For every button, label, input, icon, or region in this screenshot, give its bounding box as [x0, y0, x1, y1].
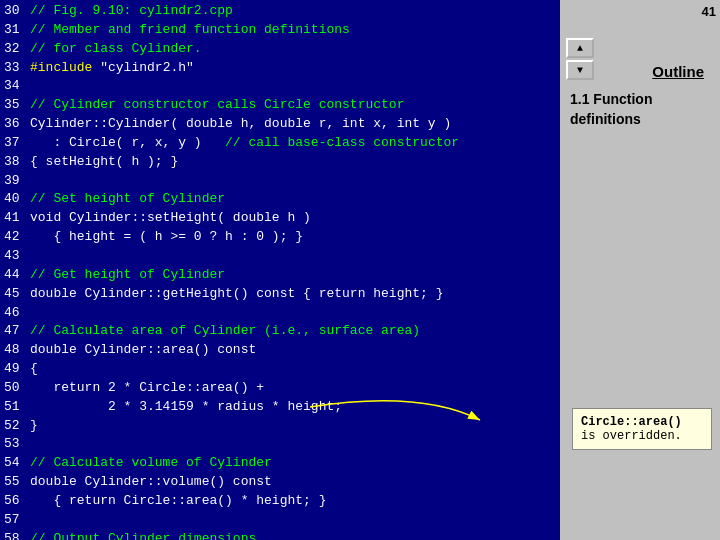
right-panel: 41 ▲ ▼ Outline 1.1 Function definitions …: [560, 0, 720, 540]
line-number: 48: [4, 341, 30, 360]
line-number: 41: [4, 209, 30, 228]
code-line: 57: [4, 511, 556, 530]
line-number: 35: [4, 96, 30, 115]
line-number: 42: [4, 228, 30, 247]
line-number: 56: [4, 492, 30, 511]
code-line: 38 { setHeight( h ); }: [4, 153, 556, 172]
code-line: 48 double Cylinder::area() const: [4, 341, 556, 360]
line-text: : Circle( r, x, y ) // call base-class c…: [30, 134, 459, 153]
code-line: 34: [4, 77, 556, 96]
line-text: // Fig. 9.10: cylindr2.cpp: [30, 2, 233, 21]
code-line: 37 : Circle( r, x, y ) // call base-clas…: [4, 134, 556, 153]
code-line: 46: [4, 304, 556, 323]
line-number: 52: [4, 417, 30, 436]
line-text: // Output Cylinder dimensions: [30, 530, 256, 540]
line-text: // Set height of Cylinder: [30, 190, 225, 209]
line-text: Cylinder::Cylinder( double h, double r, …: [30, 115, 451, 134]
line-number: 58: [4, 530, 30, 540]
line-number: 43: [4, 247, 30, 266]
code-line: 31 // Member and friend function definit…: [4, 21, 556, 40]
line-number: 40: [4, 190, 30, 209]
line-text: { height = ( h >= 0 ? h : 0 ); }: [30, 228, 303, 247]
main-container: 30 // Fig. 9.10: cylindr2.cpp31 // Membe…: [0, 0, 720, 540]
line-text: // Get height of Cylinder: [30, 266, 225, 285]
code-line: 40 // Set height of Cylinder: [4, 190, 556, 209]
tooltip-box: Circle::area() is overridden.: [572, 408, 712, 450]
code-line: 58 // Output Cylinder dimensions: [4, 530, 556, 540]
line-text: double Cylinder::getHeight() const { ret…: [30, 285, 443, 304]
line-number: 33: [4, 59, 30, 78]
code-line: 56 { return Circle::area() * height; }: [4, 492, 556, 511]
code-line: 32 // for class Cylinder.: [4, 40, 556, 59]
line-number: 54: [4, 454, 30, 473]
code-line: 47 // Calculate area of Cylinder (i.e., …: [4, 322, 556, 341]
line-number: 53: [4, 435, 30, 454]
line-number: 36: [4, 115, 30, 134]
line-number: 39: [4, 172, 30, 191]
line-text: // Calculate volume of Cylinder: [30, 454, 272, 473]
line-text: return 2 * Circle::area() +: [30, 379, 264, 398]
code-line: 45 double Cylinder::getHeight() const { …: [4, 285, 556, 304]
line-text: // Calculate area of Cylinder (i.e., sur…: [30, 322, 420, 341]
line-text: { setHeight( h ); }: [30, 153, 178, 172]
section-title: 1.1 Function definitions: [566, 90, 652, 129]
code-line: 52 }: [4, 417, 556, 436]
outline-label: Outline: [652, 63, 704, 80]
tooltip-text: Circle::area() is overridden.: [581, 415, 682, 443]
code-line: 42 { height = ( h >= 0 ? h : 0 ); }: [4, 228, 556, 247]
line-text: double Cylinder::volume() const: [30, 473, 272, 492]
code-line: 49 {: [4, 360, 556, 379]
line-number: 46: [4, 304, 30, 323]
code-line: 51 2 * 3.14159 * radius * height;: [4, 398, 556, 417]
line-text: void Cylinder::setHeight( double h ): [30, 209, 311, 228]
line-number: 45: [4, 285, 30, 304]
line-number: 55: [4, 473, 30, 492]
line-text: double Cylinder::area() const: [30, 341, 256, 360]
code-line: 53: [4, 435, 556, 454]
line-number: 50: [4, 379, 30, 398]
line-number: 30: [4, 2, 30, 21]
code-line: 55 double Cylinder::volume() const: [4, 473, 556, 492]
line-text: // Member and friend function definition…: [30, 21, 350, 40]
line-text: #include "cylindr2.h": [30, 59, 194, 78]
line-number: 37: [4, 134, 30, 153]
line-number: 44: [4, 266, 30, 285]
nav-down-button[interactable]: ▼: [566, 60, 594, 80]
line-text: {: [30, 360, 38, 379]
line-number: 34: [4, 77, 30, 96]
line-number: 38: [4, 153, 30, 172]
line-number: 32: [4, 40, 30, 59]
line-text: // for class Cylinder.: [30, 40, 202, 59]
code-line: 50 return 2 * Circle::area() +: [4, 379, 556, 398]
code-line: 33 #include "cylindr2.h": [4, 59, 556, 78]
nav-arrows: ▲ ▼: [566, 38, 594, 80]
line-number: 49: [4, 360, 30, 379]
page-number: 41: [702, 4, 716, 19]
line-number: 47: [4, 322, 30, 341]
line-number: 51: [4, 398, 30, 417]
code-line: 35 // Cylinder constructor calls Circle …: [4, 96, 556, 115]
line-number: 31: [4, 21, 30, 40]
code-line: 39: [4, 172, 556, 191]
code-line: 36 Cylinder::Cylinder( double h, double …: [4, 115, 556, 134]
code-panel: 30 // Fig. 9.10: cylindr2.cpp31 // Membe…: [0, 0, 560, 540]
line-number: 57: [4, 511, 30, 530]
line-text: }: [30, 417, 38, 436]
line-text: { return Circle::area() * height; }: [30, 492, 326, 511]
code-line: 41 void Cylinder::setHeight( double h ): [4, 209, 556, 228]
code-line: 43: [4, 247, 556, 266]
code-line: 54 // Calculate volume of Cylinder: [4, 454, 556, 473]
line-text: 2 * 3.14159 * radius * height;: [30, 398, 342, 417]
nav-up-button[interactable]: ▲: [566, 38, 594, 58]
code-line: 30 // Fig. 9.10: cylindr2.cpp: [4, 2, 556, 21]
line-text: // Cylinder constructor calls Circle con…: [30, 96, 404, 115]
code-line: 44 // Get height of Cylinder: [4, 266, 556, 285]
